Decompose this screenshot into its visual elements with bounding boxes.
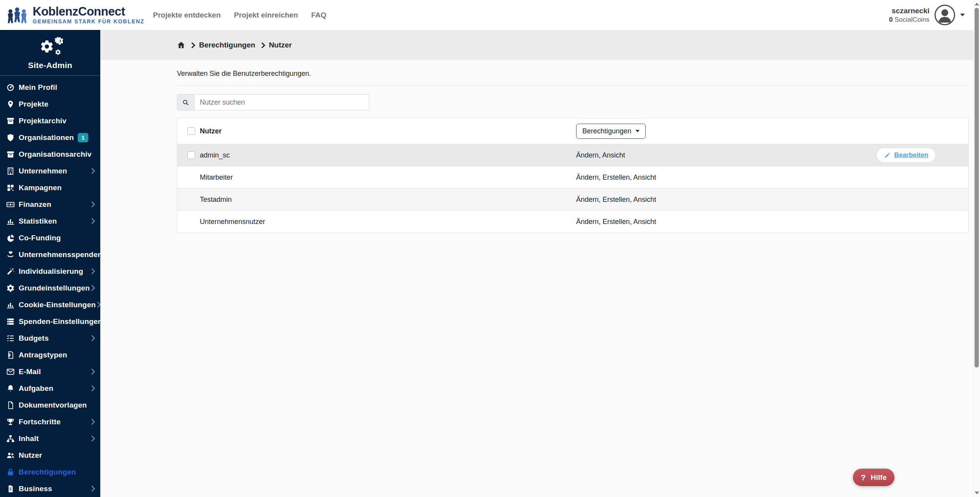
breadcrumb: Berechtigungen Nutzer [100, 30, 973, 60]
chart-bar-icon [6, 217, 15, 226]
page-content: Verwalten Sie die Benutzerberechtigungen… [100, 60, 973, 233]
brand-logo[interactable]: KoblenzConnect GEMEINSAM STARK FÜR KOBLE… [6, 5, 145, 25]
scroll-down-arrow-icon[interactable] [975, 492, 979, 494]
sidebar-item-antragstypen[interactable]: Antragstypen [0, 346, 100, 363]
sidebar-item-mein-profil[interactable]: Mein Profil [0, 79, 100, 96]
brand-tagline: GEMEINSAM STARK FÜR KOBLENZ [33, 19, 145, 24]
sidebar-item-label: Aufgaben [19, 384, 53, 393]
sidebar-item-projekte[interactable]: Projekte [0, 96, 100, 112]
sidebar-item-label: Spenden-Einstellungen [19, 317, 102, 326]
money-icon [6, 200, 15, 209]
divider [177, 85, 969, 86]
permissions-cell: Ändern, Erstellen, Ansicht [576, 196, 968, 204]
user-name-cell: Testadmin [177, 196, 576, 204]
table-row-testadmin[interactable]: TestadminÄndern, Erstellen, Ansicht [177, 189, 968, 211]
sidebar-item-aufgaben[interactable]: Aufgaben [0, 380, 100, 397]
shield-icon [6, 133, 15, 142]
sidebar-item-label: Dokumentvorlagen [19, 401, 87, 410]
app-root: KoblenzConnect GEMEINSAM STARK FÜR KOBLE… [0, 0, 980, 497]
permissions-dropdown-button[interactable]: Berechtigungen [576, 124, 646, 139]
tasks-icon [6, 334, 15, 343]
permissions-cell: Ändern, Erstellen, Ansicht [576, 173, 968, 182]
sidebar-item-organisationsarchiv[interactable]: Organisationsarchiv [0, 146, 100, 163]
sidebar-item-unternehmen[interactable]: Unternehmen [0, 163, 100, 179]
sidebar-item-dokumentvorlagen[interactable]: Dokumentvorlagen [0, 397, 100, 413]
vertical-scrollbar[interactable] [973, 0, 980, 497]
chart-pie-icon [6, 234, 15, 242]
row-checkbox[interactable] [187, 151, 195, 159]
top-navigation: Projekte entdeckenProjekt einreichenFAQ [153, 11, 327, 19]
search-addon [177, 94, 194, 110]
breadcrumb-item-berechtigungen[interactable]: Berechtigungen [199, 41, 255, 49]
select-all-checkbox[interactable] [187, 127, 195, 135]
name-header-cell: Nutzer [177, 127, 576, 135]
person-icon [936, 6, 954, 24]
sidebar-item-label: E-Mail [19, 368, 41, 376]
sidebar-item-organisationen[interactable]: Organisationen1 [0, 129, 100, 146]
home-icon[interactable] [177, 41, 185, 49]
archive-icon [6, 150, 15, 159]
pencil-icon [884, 152, 891, 159]
sidebar-item-business[interactable]: Business [0, 480, 100, 497]
table-row-admin-sc[interactable]: admin_scÄndern, AnsichtBearbeiten [177, 144, 968, 166]
grid-icon [6, 184, 15, 192]
page-description: Verwalten Sie die Benutzerberechtigungen… [177, 70, 969, 78]
sidebar-item-label: Cookie-Einstellungen [19, 301, 96, 309]
sidebar-item-nutzer[interactable]: Nutzer [0, 447, 100, 464]
users-table: Nutzer Berechtigungen admin_scÄndern, An… [177, 118, 969, 233]
top-nav-link-0[interactable]: Projekte entdecken [153, 11, 221, 19]
sidebar-item-finanzen[interactable]: Finanzen [0, 196, 100, 213]
top-nav-link-2[interactable]: FAQ [311, 11, 327, 19]
sidebar-item-fortschritte[interactable]: Fortschritte [0, 413, 100, 430]
sidebar-item-unternehmensspenden[interactable]: Unternehmensspenden [0, 246, 100, 263]
sidebar-item-berechtigungen[interactable]: Berechtigungen [0, 464, 100, 480]
avatar[interactable] [935, 5, 955, 25]
trophy-icon [6, 418, 15, 426]
search-input[interactable] [194, 94, 369, 110]
scrollbar-thumb[interactable] [975, 8, 979, 368]
sidebar-item-kampagnen[interactable]: Kampagnen [0, 179, 100, 196]
search-icon [182, 99, 189, 106]
sidebar-item-label: Nutzer [19, 451, 42, 460]
table-row-mitarbeiter[interactable]: MitarbeiterÄndern, Erstellen, Ansicht [177, 166, 968, 189]
body-row: Site-Admin Mein ProfilProjekteProjektarc… [0, 30, 973, 497]
sidebar-item-spenden-einstellungen[interactable]: Spenden-Einstellungen [0, 313, 100, 330]
table-body: admin_scÄndern, AnsichtBearbeitenMitarbe… [177, 144, 968, 233]
sidebar-item-label: Unternehmen [19, 167, 67, 175]
sidebar-item-statistiken[interactable]: Statistiken [0, 213, 100, 229]
people-logo-icon [6, 5, 29, 25]
search-group [177, 94, 369, 110]
table-row-unternehmensnutzer[interactable]: UnternehmensnutzerÄndern, Erstellen, Ans… [177, 211, 968, 233]
sidebar-item-e-mail[interactable]: E-Mail [0, 363, 100, 380]
sidebar-item-inhalt[interactable]: Inhalt [0, 430, 100, 447]
chevron-right-icon [89, 201, 95, 208]
sidebar-item-label: Individualisierung [19, 267, 83, 276]
sidebar-item-individualisierung[interactable]: Individualisierung [0, 263, 100, 280]
top-nav-link-1[interactable]: Projekt einreichen [234, 11, 298, 19]
sidebar-header: Site-Admin [0, 30, 100, 76]
gears-icon [0, 36, 100, 59]
sidebar-item-label: Co-Funding [19, 234, 61, 242]
sidebar-item-cookie-einstellungen[interactable]: Cookie-Einstellungen [0, 296, 100, 313]
edit-button[interactable]: Bearbeiten [877, 148, 935, 162]
user-menu[interactable]: sczarnecki 0 SocialCoins [889, 5, 965, 25]
sidebar-item-projektarchiv[interactable]: Projektarchiv [0, 112, 100, 129]
sidebar-item-label: Business [19, 485, 52, 493]
help-button[interactable]: ? Hilfe [853, 469, 894, 486]
building-icon [6, 167, 15, 175]
permissions-header-cell: Berechtigungen [576, 124, 968, 139]
sidebar-item-co-funding[interactable]: Co-Funding [0, 229, 100, 246]
sitemap-icon [6, 434, 15, 443]
permissions-dropdown-label: Berechtigungen [582, 127, 631, 135]
sidebar-item-label: Statistiken [19, 217, 57, 226]
sidebar-item-label: Antragstypen [19, 351, 67, 359]
sidebar-menu: Mein ProfilProjekteProjektarchivOrganisa… [0, 76, 100, 497]
sidebar-item-label: Grundeinstellungen [19, 284, 90, 292]
scroll-up-arrow-icon[interactable] [975, 3, 979, 5]
breadcrumb-separator-icon [189, 42, 196, 48]
sidebar-item-label: Berechtigungen [19, 468, 76, 476]
sidebar-item-grundeinstellungen[interactable]: Grundeinstellungen [0, 280, 100, 296]
user-name-cell: admin_sc [177, 151, 576, 159]
brand-text: KoblenzConnect GEMEINSAM STARK FÜR KOBLE… [33, 5, 145, 24]
sidebar-item-budgets[interactable]: Budgets [0, 330, 100, 346]
